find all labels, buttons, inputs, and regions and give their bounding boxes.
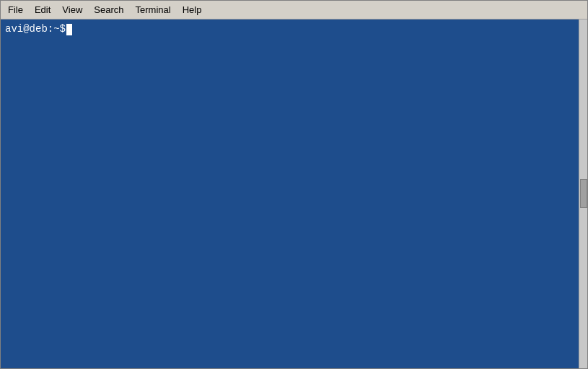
- scrollbar-thumb[interactable]: [580, 179, 587, 208]
- menu-help[interactable]: Help: [177, 2, 208, 18]
- terminal-prompt-line: avi@deb:~$: [5, 22, 583, 37]
- terminal-body[interactable]: avi@deb:~$: [1, 19, 587, 368]
- menu-edit[interactable]: Edit: [29, 2, 56, 18]
- terminal-prompt: avi@deb:~$: [5, 22, 66, 37]
- menu-file[interactable]: File: [2, 2, 29, 18]
- menu-terminal[interactable]: Terminal: [130, 2, 177, 18]
- menu-view[interactable]: View: [56, 2, 88, 18]
- terminal-window: File Edit View Search Terminal Help avi@…: [0, 0, 588, 369]
- menubar: File Edit View Search Terminal Help: [1, 1, 587, 19]
- scrollbar-track[interactable]: [579, 19, 587, 368]
- terminal-cursor: [66, 24, 72, 35]
- menu-search[interactable]: Search: [88, 2, 129, 18]
